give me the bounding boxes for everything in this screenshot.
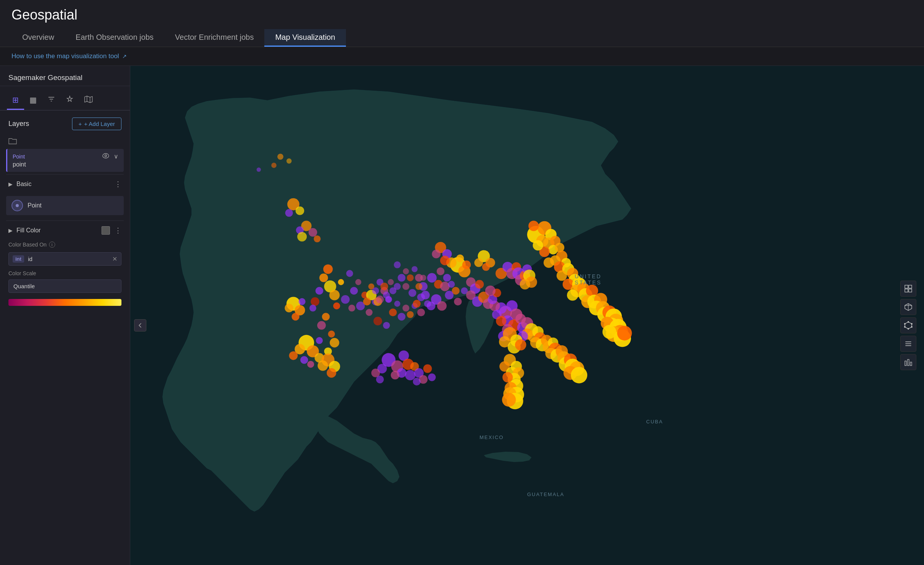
add-layer-plus: +: [79, 121, 82, 127]
svg-point-3: [105, 155, 107, 157]
list-btn[interactable]: [900, 336, 916, 352]
svg-point-35: [297, 232, 307, 242]
svg-point-190: [408, 289, 416, 297]
layer-item-header: Point ∨: [13, 153, 118, 160]
svg-point-7: [315, 287, 323, 294]
svg-point-86: [445, 291, 454, 300]
sparkle-icon: [66, 95, 74, 103]
svg-point-239: [277, 153, 283, 160]
svg-point-128: [567, 289, 578, 300]
polygon-btn[interactable]: [900, 317, 916, 333]
sidebar-collapse-btn[interactable]: [134, 319, 146, 331]
svg-point-30: [298, 298, 305, 305]
split-view-btn[interactable]: [900, 281, 916, 297]
tab-earth-observation[interactable]: Earth Observation jobs: [65, 29, 164, 47]
svg-point-79: [427, 273, 437, 282]
table-tool-btn[interactable]: ▦: [24, 91, 42, 110]
svg-point-255: [502, 393, 516, 407]
cube-btn[interactable]: [900, 299, 916, 315]
svg-point-6: [329, 290, 340, 300]
svg-point-94: [417, 309, 425, 316]
main-layout: Sagemaker Geospatial ⊞ ▦: [0, 66, 924, 565]
svg-point-58: [341, 295, 350, 304]
svg-point-59: [348, 305, 355, 312]
fill-color-swatch[interactable]: [102, 226, 110, 235]
sidebar: Sagemaker Geospatial ⊞ ▦: [0, 66, 130, 565]
nav-tabs: Overview Earth Observation jobs Vector E…: [11, 29, 913, 47]
svg-point-191: [415, 283, 422, 290]
svg-point-224: [520, 279, 530, 289]
info-bar-link[interactable]: How to use the map visualization tool: [11, 52, 119, 60]
svg-point-227: [475, 280, 484, 289]
svg-point-241: [271, 163, 277, 168]
svg-point-16: [330, 338, 339, 348]
svg-point-200: [372, 287, 379, 294]
svg-point-99: [456, 255, 464, 262]
right-toolbar: [900, 281, 916, 370]
svg-point-2: [103, 153, 109, 158]
color-based-on-row: Color Based On i: [6, 240, 124, 249]
svg-point-197: [380, 282, 388, 290]
chart-icon: [904, 358, 913, 366]
svg-point-55: [398, 313, 405, 320]
layer-item-point[interactable]: Point ∨ point: [6, 149, 124, 172]
tab-overview[interactable]: Overview: [11, 29, 65, 47]
svg-point-12: [322, 313, 329, 320]
add-layer-button[interactable]: + + Add Layer: [72, 118, 121, 130]
svg-point-56: [407, 311, 414, 318]
filter-tool-btn[interactable]: [42, 91, 61, 110]
map-tool-btn[interactable]: [79, 91, 98, 110]
svg-point-29: [292, 313, 299, 320]
fill-color-menu-icon[interactable]: ⋮: [115, 226, 121, 235]
basic-section-header[interactable]: ▶ Basic ⋮: [6, 174, 124, 194]
split-view-icon: [904, 284, 913, 293]
fill-color-section-header[interactable]: ▶ Fill Color ⋮: [6, 220, 124, 240]
label-cuba: CUBA: [646, 419, 663, 425]
svg-rect-274: [910, 362, 912, 366]
layer-visibility-toggle[interactable]: [102, 153, 109, 160]
svg-point-147: [617, 326, 632, 340]
svg-point-267: [904, 326, 906, 328]
svg-point-80: [437, 268, 444, 275]
svg-point-177: [571, 367, 587, 383]
svg-point-53: [394, 301, 400, 307]
point-item[interactable]: Point: [6, 196, 124, 215]
svg-point-41: [350, 287, 358, 294]
color-scale-label: Color Scale: [6, 269, 124, 279]
svg-point-268: [904, 323, 906, 325]
layer-expand-icon[interactable]: ∨: [114, 153, 118, 160]
field-remove-btn[interactable]: ✕: [112, 255, 117, 263]
point-icon-circle: [11, 200, 23, 211]
svg-point-71: [423, 364, 432, 373]
sidebar-title: Sagemaker Geospatial: [0, 66, 130, 86]
svg-point-213: [515, 339, 526, 350]
svg-point-249: [503, 372, 513, 382]
tab-vector-enrichment[interactable]: Vector Enrichment jobs: [164, 29, 265, 47]
svg-point-102: [474, 258, 483, 267]
svg-point-18: [316, 337, 323, 344]
tab-map-visualization[interactable]: Map Visualization: [264, 29, 346, 47]
fill-color-right: ⋮: [102, 226, 121, 235]
sparkle-tool-btn[interactable]: [61, 91, 79, 110]
field-name-label: id: [28, 256, 112, 262]
svg-point-8: [323, 265, 333, 274]
external-link-icon: ↗: [122, 53, 127, 59]
filter-icon: [48, 95, 55, 103]
chart-btn[interactable]: [900, 354, 916, 370]
svg-point-108: [528, 221, 539, 231]
label-united-states: UNITEDSTATES: [575, 273, 601, 286]
svg-point-205: [440, 256, 450, 265]
basic-label: Basic: [16, 181, 31, 188]
color-scale-select[interactable]: Quantile: [8, 279, 121, 293]
color-based-on-info-icon[interactable]: i: [49, 242, 55, 248]
basic-menu-icon[interactable]: ⋮: [115, 180, 121, 188]
field-tag-row: int id ✕: [8, 252, 121, 266]
svg-point-238: [327, 368, 336, 378]
map-icon: [84, 95, 93, 103]
add-layer-label: + Add Layer: [84, 121, 115, 127]
svg-point-14: [317, 321, 326, 330]
layers-tool-btn[interactable]: ⊞: [7, 91, 24, 110]
map-area[interactable]: UNITEDSTATES MEXICO CUBA GUATEMALA FOURS…: [130, 66, 924, 565]
app-title: Geospatial: [11, 7, 913, 23]
svg-rect-272: [905, 361, 906, 366]
